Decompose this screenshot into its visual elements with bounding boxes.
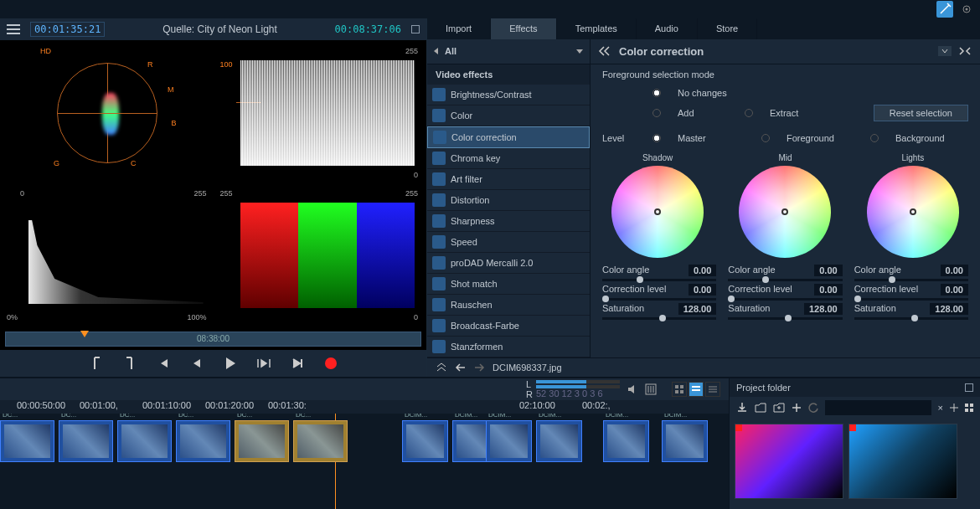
go-end-button[interactable] xyxy=(290,356,305,371)
radio-add[interactable] xyxy=(652,109,661,117)
timeline-clip[interactable]: DC... xyxy=(235,420,289,462)
fx-item[interactable]: Color xyxy=(427,105,590,126)
menu-icon[interactable] xyxy=(7,24,20,34)
radio-background[interactable] xyxy=(870,134,879,142)
fx-item[interactable]: Brightness/Contrast xyxy=(427,85,590,105)
preset-dropdown-icon[interactable] xyxy=(938,46,952,56)
param-value[interactable]: 128.00 xyxy=(678,303,717,315)
param-value[interactable]: 0.00 xyxy=(941,265,968,276)
param-slider[interactable] xyxy=(728,298,842,301)
mid-wheel[interactable] xyxy=(739,166,831,258)
add-icon[interactable] xyxy=(792,403,802,413)
record-button[interactable] xyxy=(323,356,338,371)
param-value[interactable]: 0.00 xyxy=(814,284,842,296)
play-button[interactable] xyxy=(223,356,238,371)
fx-item[interactable]: Art filter xyxy=(427,169,590,190)
param-slider[interactable] xyxy=(602,298,716,301)
timeline-tracks[interactable]: DC...DC...DC...DC...DC...DC...DCIM...DCI… xyxy=(0,414,729,509)
fx-item[interactable]: proDAD Mercalli 2.0 xyxy=(427,253,590,274)
fx-item[interactable]: Chroma key xyxy=(427,148,590,169)
scrub-bar[interactable]: 08:38:00 xyxy=(5,332,421,347)
timeline-clip[interactable]: DC... xyxy=(117,420,172,462)
popout-icon[interactable] xyxy=(411,25,420,33)
view-list-button[interactable] xyxy=(705,382,720,397)
tab-templates[interactable]: Templates xyxy=(557,18,637,39)
view-timeline-button[interactable] xyxy=(689,382,704,397)
param-value[interactable]: 0.00 xyxy=(814,265,842,276)
collapse-up-icon[interactable] xyxy=(436,362,447,373)
radio-nochanges[interactable] xyxy=(652,89,661,97)
radio-foreground[interactable] xyxy=(761,134,770,142)
timeline-clip[interactable]: DCIM... xyxy=(603,420,649,462)
param-slider[interactable] xyxy=(602,317,716,320)
timeline-clip[interactable]: DCIM... xyxy=(662,420,708,462)
import-icon[interactable] xyxy=(736,402,748,414)
fx-item[interactable]: Shot match xyxy=(427,274,590,295)
fx-item[interactable]: Stanzformen xyxy=(427,337,590,357)
param-value[interactable]: 0.00 xyxy=(689,284,716,296)
timeline-clip[interactable]: DC... xyxy=(0,420,54,462)
fx-item[interactable]: Sharpness xyxy=(427,211,590,232)
nav-back-icon[interactable] xyxy=(456,363,466,372)
radio-master[interactable] xyxy=(652,134,661,142)
view-grid-button[interactable] xyxy=(672,382,687,397)
folder-icon[interactable] xyxy=(755,403,766,413)
timeline-clip[interactable]: DC... xyxy=(176,420,230,462)
tab-import[interactable]: Import xyxy=(427,18,491,39)
clear-icon[interactable]: × xyxy=(938,403,943,413)
tab-effects[interactable]: Effects xyxy=(491,18,556,39)
grid-small-icon[interactable] xyxy=(965,404,973,412)
fx-item[interactable]: Speed xyxy=(427,232,590,253)
mixer-icon[interactable] xyxy=(645,383,657,395)
collapse-icon[interactable] xyxy=(599,46,611,56)
radio-extract[interactable] xyxy=(745,109,753,117)
refresh-icon[interactable] xyxy=(808,403,818,413)
scrub-playhead-icon[interactable] xyxy=(80,331,89,337)
param-slider[interactable] xyxy=(854,279,968,281)
nav-fwd-icon[interactable] xyxy=(474,363,484,372)
param-value[interactable]: 128.00 xyxy=(804,303,843,315)
param-value[interactable]: 0.00 xyxy=(941,284,968,296)
param-slider[interactable] xyxy=(854,317,968,320)
mark-in-button[interactable] xyxy=(89,356,104,371)
fx-category[interactable]: Video effects xyxy=(427,64,590,85)
media-thumbnail[interactable] xyxy=(848,424,957,499)
add-small-icon[interactable] xyxy=(950,404,958,412)
fx-item[interactable]: Broadcast-Farbe xyxy=(427,316,590,337)
timeline-clip[interactable]: DCIM... xyxy=(536,420,582,462)
settings-gear-button[interactable] xyxy=(958,1,975,18)
param-slider[interactable] xyxy=(602,279,716,281)
back-icon[interactable] xyxy=(434,48,438,54)
param-slider[interactable] xyxy=(854,298,968,301)
tab-store[interactable]: Store xyxy=(698,18,757,39)
search-input[interactable] xyxy=(825,400,931,415)
magic-wand-button[interactable] xyxy=(936,1,953,18)
param-slider[interactable] xyxy=(728,317,842,320)
mark-out-button[interactable] xyxy=(122,356,137,371)
param-value[interactable]: 128.00 xyxy=(930,303,968,315)
param-slider[interactable] xyxy=(728,279,842,281)
new-folder-icon[interactable] xyxy=(773,403,785,413)
timeline-clip[interactable]: DCIM... xyxy=(402,420,448,462)
timeline-clip[interactable]: DC... xyxy=(293,420,348,462)
go-start-button[interactable] xyxy=(156,356,171,371)
timeline-clip[interactable]: DCIM... xyxy=(486,420,532,462)
timeline-ruler[interactable]: 00:08:37:06 00:00:50:00 00:01:00, 00:01:… xyxy=(0,400,729,414)
fx-item[interactable]: Distortion xyxy=(427,190,590,211)
dropdown-icon[interactable] xyxy=(576,49,583,54)
popout-icon[interactable] xyxy=(965,383,973,392)
fx-item[interactable]: Color correction xyxy=(427,126,590,148)
lights-wheel[interactable] xyxy=(867,166,959,258)
timecode-in[interactable]: 00:01:35:21 xyxy=(30,22,105,37)
param-value[interactable]: 0.00 xyxy=(689,265,716,276)
mute-icon[interactable] xyxy=(627,383,638,395)
play-range-button[interactable] xyxy=(256,356,271,371)
media-thumbnail[interactable] xyxy=(735,424,843,499)
timeline-clip[interactable]: DC... xyxy=(59,420,113,462)
tab-audio[interactable]: Audio xyxy=(637,18,698,39)
prev-frame-button[interactable] xyxy=(189,356,204,371)
fx-item[interactable]: Rauschen xyxy=(427,295,590,316)
reset-selection-button[interactable]: Reset selection xyxy=(874,105,968,121)
compare-icon[interactable] xyxy=(958,46,972,56)
shadow-wheel[interactable] xyxy=(611,166,704,258)
